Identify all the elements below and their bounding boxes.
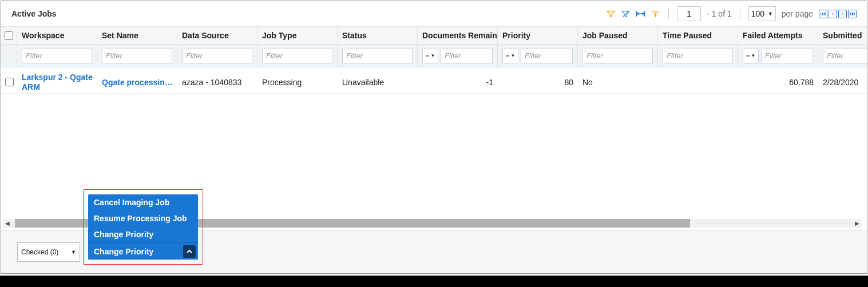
col-workspace[interactable]: Workspace bbox=[17, 27, 97, 44]
col-timepaused[interactable]: Time Paused bbox=[658, 27, 738, 44]
chevron-down-icon: ▼ bbox=[71, 249, 76, 255]
filter-cell-checkbox bbox=[1, 45, 17, 67]
filter-cell: =▼ bbox=[498, 45, 578, 67]
col-priority[interactable]: Priority bbox=[498, 27, 578, 44]
col-docsremaining[interactable]: Documents Remain… bbox=[418, 27, 498, 44]
cell-priority: 80 bbox=[498, 71, 578, 93]
density-icon[interactable] bbox=[650, 9, 660, 19]
chevron-down-icon: ▼ bbox=[511, 53, 516, 58]
last-page-button[interactable]: ⏭ bbox=[848, 10, 857, 18]
clear-filter-icon[interactable] bbox=[620, 9, 631, 19]
chevron-up-icon[interactable] bbox=[183, 245, 196, 258]
filter-timepaused[interactable] bbox=[663, 49, 733, 63]
filter-cell: =▼ bbox=[738, 45, 818, 67]
checked-select[interactable]: Checked (0) ▼ bbox=[17, 242, 80, 262]
filter-paused[interactable] bbox=[582, 49, 653, 63]
cell-submitted: 2/28/2020 bbox=[818, 71, 867, 93]
grid: Workspace Set Name Data Source Job Type … bbox=[1, 26, 867, 94]
filter-cell bbox=[338, 45, 418, 67]
col-status[interactable]: Status bbox=[338, 27, 418, 44]
setname-link[interactable]: Qgate processing s… bbox=[102, 78, 173, 87]
menu-item-change-priority[interactable]: Change Priority bbox=[88, 226, 198, 242]
cell-status: Unavailable bbox=[338, 71, 418, 93]
action-button-label: Change Priority bbox=[94, 247, 153, 256]
filter-cell bbox=[257, 45, 338, 67]
col-jobpaused[interactable]: Job Paused bbox=[578, 27, 658, 44]
filter-cell bbox=[17, 45, 97, 67]
filter-cell bbox=[818, 45, 867, 67]
page-number-input[interactable] bbox=[677, 6, 701, 21]
cell-setname: Qgate processing s… bbox=[97, 71, 177, 93]
filter-cell: =▼ bbox=[418, 45, 498, 67]
per-page-label: per page bbox=[782, 9, 813, 18]
select-all-cell bbox=[1, 27, 17, 44]
row-checkbox[interactable] bbox=[5, 78, 14, 86]
workspace-link[interactable]: Larkspur 2 - Qgate ARM bbox=[22, 73, 93, 92]
cell-fail: 60,788 bbox=[738, 71, 818, 93]
col-datasource[interactable]: Data Source bbox=[177, 27, 257, 44]
toolbar-right: - 1 of 1 100 ▼ per page ⏮ ‹ › ⏭ bbox=[605, 6, 857, 21]
next-page-button[interactable]: › bbox=[838, 10, 847, 18]
toolbar-icons bbox=[605, 9, 660, 19]
fit-width-icon[interactable] bbox=[635, 9, 645, 19]
filter-cell bbox=[177, 45, 257, 67]
col-setname[interactable]: Set Name bbox=[97, 27, 177, 44]
toolbar: Active Jobs - 1 of 1 10 bbox=[1, 1, 867, 26]
filter-jobtype[interactable] bbox=[262, 49, 332, 63]
bottom-black-bar bbox=[0, 276, 868, 287]
filter-op-priority[interactable]: =▼ bbox=[502, 49, 518, 63]
action-menu-highlight: Cancel Imaging Job Resume Processing Job… bbox=[83, 189, 203, 265]
col-submitted[interactable]: Submitted bbox=[818, 27, 867, 44]
scroll-left-arrow[interactable]: ◀ bbox=[3, 220, 11, 228]
col-jobtype[interactable]: Job Type bbox=[257, 27, 338, 44]
chevron-down-icon: ▼ bbox=[768, 11, 773, 17]
first-page-button[interactable]: ⏮ bbox=[819, 10, 827, 18]
cell-datasource: azaza - 1040833 bbox=[177, 71, 257, 93]
grid-filters: =▼ =▼ =▼ bbox=[1, 45, 867, 67]
cell-workspace: Larkspur 2 - Qgate ARM bbox=[17, 71, 97, 93]
table-row: Larkspur 2 - Qgate ARM Qgate processing … bbox=[1, 67, 867, 94]
prev-page-button[interactable]: ‹ bbox=[829, 10, 837, 18]
chevron-down-icon: ▼ bbox=[751, 53, 756, 58]
filter-op-fail[interactable]: =▼ bbox=[743, 49, 759, 63]
action-menu: Cancel Imaging Job Resume Processing Job… bbox=[88, 194, 198, 260]
scroll-right-arrow[interactable]: ▶ bbox=[853, 220, 861, 228]
filter-cell bbox=[658, 45, 738, 67]
filter-datasource[interactable] bbox=[182, 49, 252, 63]
filter-status[interactable] bbox=[342, 49, 413, 63]
per-page-select[interactable]: 100 ▼ bbox=[748, 6, 776, 21]
divider bbox=[668, 8, 669, 19]
page-range: - 1 of 1 bbox=[707, 9, 732, 18]
row-checkbox-cell bbox=[1, 71, 17, 93]
select-all-checkbox[interactable] bbox=[5, 31, 13, 40]
checked-label: Checked (0) bbox=[21, 248, 58, 256]
filter-priority[interactable] bbox=[521, 49, 573, 63]
filter-icon[interactable] bbox=[605, 9, 616, 19]
pager-buttons: ⏮ ‹ › ⏭ bbox=[819, 10, 857, 18]
chevron-down-icon: ▼ bbox=[431, 53, 435, 58]
filter-workspace[interactable] bbox=[22, 49, 92, 63]
filter-cell bbox=[97, 45, 177, 67]
per-page-value: 100 bbox=[751, 9, 764, 18]
menu-item-resume[interactable]: Resume Processing Job bbox=[88, 210, 198, 226]
filter-setname[interactable] bbox=[102, 49, 172, 63]
cell-jobtype: Processing bbox=[257, 71, 338, 93]
filter-fail[interactable] bbox=[761, 49, 813, 63]
action-button[interactable]: Change Priority bbox=[88, 242, 198, 260]
filter-cell bbox=[578, 45, 658, 67]
menu-item-cancel[interactable]: Cancel Imaging Job bbox=[88, 194, 198, 210]
filter-op-docs[interactable]: =▼ bbox=[422, 49, 438, 63]
cell-timepaused bbox=[658, 71, 738, 93]
divider bbox=[740, 8, 740, 19]
cell-paused: No bbox=[578, 71, 658, 93]
grid-header: Workspace Set Name Data Source Job Type … bbox=[1, 26, 867, 45]
cell-docs: -1 bbox=[418, 71, 498, 93]
filter-docs[interactable] bbox=[441, 49, 493, 63]
page-title: Active Jobs bbox=[11, 9, 57, 18]
col-failedattempts[interactable]: Failed Attempts bbox=[738, 27, 818, 44]
filter-submitted[interactable] bbox=[823, 49, 867, 63]
